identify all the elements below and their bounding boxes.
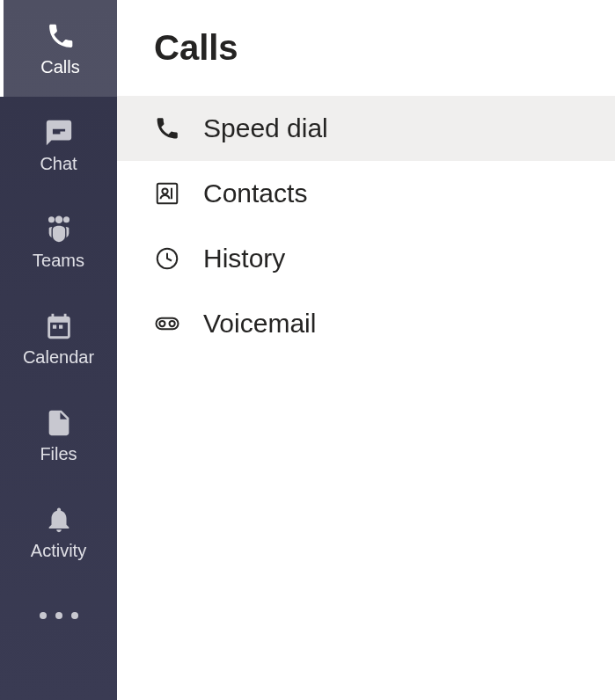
calendar-icon	[43, 310, 75, 342]
rail-item-files[interactable]: Files	[0, 387, 117, 484]
svg-point-6	[170, 321, 175, 326]
rail-item-label: Teams	[33, 251, 84, 271]
rail-more-button[interactable]	[0, 580, 117, 651]
svg-point-1	[162, 188, 167, 193]
svg-point-5	[159, 321, 165, 326]
rail-item-label: Chat	[40, 154, 77, 174]
files-icon	[43, 407, 75, 439]
rail-item-calls[interactable]: Calls	[0, 0, 117, 97]
page-title: Calls	[154, 28, 615, 68]
rail-item-teams[interactable]: Teams	[0, 193, 117, 290]
calls-item-history[interactable]: History	[117, 226, 615, 291]
contacts-icon	[154, 180, 180, 207]
calls-item-speed-dial[interactable]: Speed dial	[117, 96, 615, 161]
phone-icon	[45, 20, 77, 52]
calls-item-voicemail[interactable]: Voicemail	[117, 291, 615, 356]
calls-panel: Calls Speed dial Contacts History Voice	[117, 0, 615, 700]
rail-item-activity[interactable]: Activity	[0, 484, 117, 580]
calls-item-label: Contacts	[203, 179, 307, 208]
calls-item-contacts[interactable]: Contacts	[117, 161, 615, 226]
bell-icon	[43, 504, 75, 536]
panel-header: Calls	[117, 0, 615, 96]
voicemail-icon	[154, 310, 180, 337]
calls-item-label: Speed dial	[203, 113, 328, 143]
phone-icon	[154, 115, 180, 142]
calls-item-label: Voicemail	[203, 309, 316, 339]
rail-item-label: Calls	[40, 57, 79, 77]
chat-icon	[43, 117, 75, 149]
rail-item-label: Calendar	[23, 347, 94, 368]
teams-icon	[43, 214, 75, 245]
rail-item-calendar[interactable]: Calendar	[0, 290, 117, 387]
app-rail: Calls Chat Teams Calendar Files Activity	[0, 0, 117, 700]
rail-item-label: Activity	[31, 541, 86, 561]
ellipsis-icon	[40, 612, 78, 619]
rail-item-chat[interactable]: Chat	[0, 97, 117, 193]
calls-nav-list: Speed dial Contacts History Voicemail	[117, 96, 615, 356]
rail-item-label: Files	[40, 444, 77, 464]
calls-item-label: History	[203, 244, 285, 273]
history-icon	[154, 245, 180, 272]
